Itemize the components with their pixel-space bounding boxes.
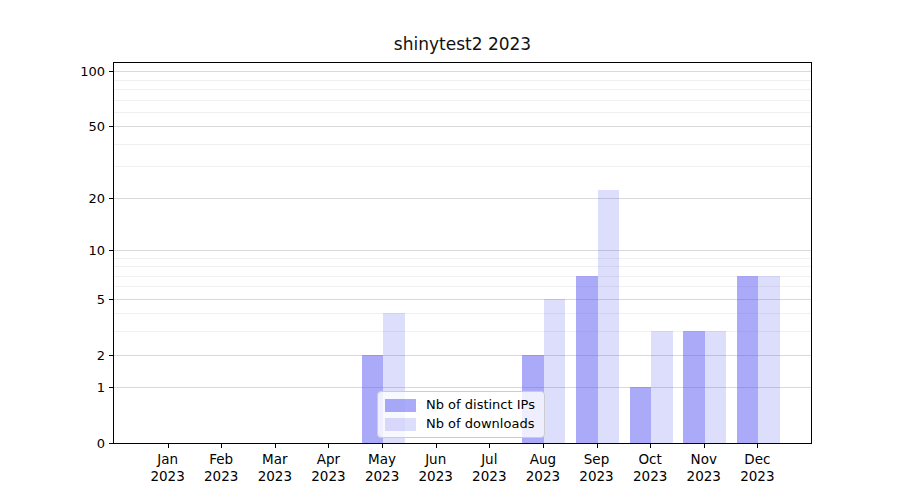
x-axis-tick (597, 444, 598, 448)
grid-line-major (114, 198, 811, 199)
grid-line-major (114, 250, 811, 251)
bar-downloads (598, 190, 620, 443)
bar-distinct-ips (630, 387, 652, 443)
chart-title: shinytest2 2023 (113, 35, 812, 54)
x-axis-tick (221, 444, 222, 448)
legend-item-distinct-ips: Nb of distinct IPs (385, 398, 536, 412)
y-axis-tick-label: 2 (57, 349, 105, 362)
plot-area (113, 62, 812, 444)
x-axis-tick-label: Feb2023 (191, 451, 251, 485)
y-axis-tick (109, 355, 113, 356)
grid-line-major (114, 71, 811, 72)
x-axis-tick-label: Oct2023 (620, 451, 680, 485)
grid-line-minor (114, 166, 811, 167)
y-axis-tick-label: 10 (57, 244, 105, 257)
y-axis-tick (109, 387, 113, 388)
y-axis-tick (109, 126, 113, 127)
x-axis-tick-label: Mar2023 (245, 451, 305, 485)
x-axis-tick (168, 444, 169, 448)
y-axis-tick-label: 1 (57, 381, 105, 394)
grid-line-major (114, 126, 811, 127)
bar-distinct-ips (683, 331, 705, 443)
legend-label-distinct-ips: Nb of distinct IPs (426, 398, 535, 412)
grid-line-minor (114, 144, 811, 145)
y-axis-tick-label: 20 (57, 192, 105, 205)
y-axis-tick-label: 5 (57, 293, 105, 306)
x-axis-tick-label: Dec2023 (727, 451, 787, 485)
bar-downloads (758, 276, 780, 443)
x-axis-tick (436, 444, 437, 448)
legend-swatch-downloads (385, 418, 416, 431)
bar-downloads (544, 299, 566, 443)
x-axis-tick (489, 444, 490, 448)
x-axis-tick-label: Aug2023 (513, 451, 573, 485)
bar-downloads (705, 331, 727, 443)
grid-line-minor (114, 258, 811, 259)
y-axis-tick (109, 198, 113, 199)
x-axis-tick (328, 444, 329, 448)
grid-line-minor (114, 100, 811, 101)
x-axis-tick (757, 444, 758, 448)
grid-line-minor (114, 112, 811, 113)
x-axis-tick (275, 444, 276, 448)
grid-line-minor (114, 80, 811, 81)
grid-line-minor (114, 266, 811, 267)
y-axis-tick (109, 71, 113, 72)
legend-swatch-distinct-ips (385, 399, 416, 412)
x-axis-tick-label: Jul2023 (459, 451, 519, 485)
y-axis-tick-label: 50 (57, 120, 105, 133)
bar-downloads (651, 331, 673, 443)
x-axis-tick-label: Nov2023 (674, 451, 734, 485)
x-axis-tick-label: May2023 (352, 451, 412, 485)
bar-distinct-ips (576, 276, 598, 443)
x-axis-tick (704, 444, 705, 448)
x-axis-tick-label: Apr2023 (298, 451, 358, 485)
grid-line-minor (114, 313, 811, 314)
x-axis-tick (650, 444, 651, 448)
legend-label-downloads: Nb of downloads (426, 417, 534, 431)
grid-line-minor (114, 276, 811, 277)
legend-item-downloads: Nb of downloads (385, 417, 536, 431)
legend: Nb of distinct IPs Nb of downloads (377, 391, 545, 438)
x-axis-tick-label: Jan2023 (138, 451, 198, 485)
bar-distinct-ips (737, 276, 759, 443)
y-axis-tick (109, 250, 113, 251)
chart-figure: shinytest2 2023 Nb of distinct IPs Nb of… (0, 0, 900, 500)
grid-line-minor (114, 89, 811, 90)
y-axis-tick (109, 443, 113, 444)
x-axis-tick (543, 444, 544, 448)
grid-line-major (114, 299, 811, 300)
y-axis-tick-label: 100 (57, 65, 105, 78)
x-axis-tick-label: Sep2023 (567, 451, 627, 485)
x-axis-tick (382, 444, 383, 448)
x-axis-tick-label: Jun2023 (406, 451, 466, 485)
y-axis-tick-label: 0 (57, 437, 105, 450)
y-axis-tick (109, 299, 113, 300)
grid-line-minor (114, 286, 811, 287)
